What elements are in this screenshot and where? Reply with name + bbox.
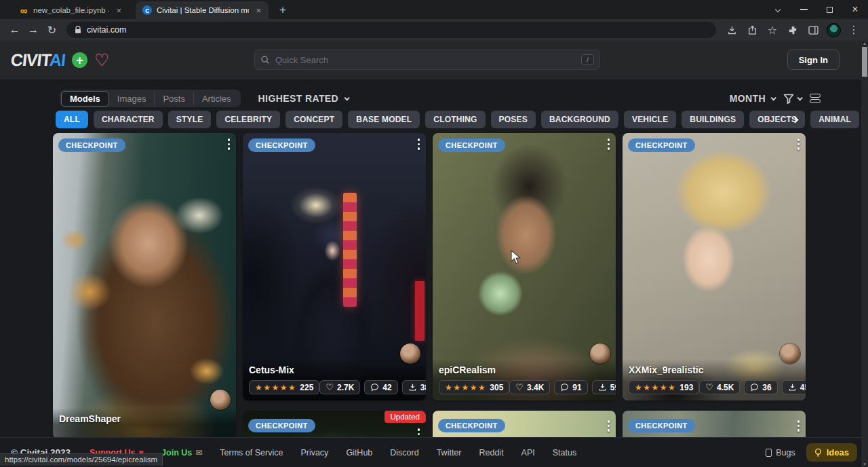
comments-pill[interactable]: 91 — [554, 380, 587, 394]
bugs-button[interactable]: Bugs — [766, 448, 795, 457]
back-icon[interactable]: ← — [5, 24, 24, 36]
card-menu-icon[interactable] — [608, 420, 610, 432]
scrollbar-thumb[interactable] — [862, 47, 867, 77]
footer-link-join-us[interactable]: Join Us✉ — [161, 448, 202, 457]
comments-pill[interactable]: 42 — [364, 380, 397, 394]
footer-link-discord[interactable]: Discord — [390, 448, 418, 457]
category-celebrity[interactable]: CELEBRITY — [216, 111, 280, 128]
footer-link-privacy[interactable]: Privacy — [300, 448, 328, 457]
model-image — [53, 133, 236, 438]
browser-tab-civitai[interactable]: c Civitai | Stable Diffusion models, × — [136, 1, 269, 19]
tab-images[interactable]: Images — [109, 92, 155, 106]
categories-scroll-right-icon[interactable] — [789, 113, 801, 126]
ideas-button[interactable]: Ideas — [806, 443, 857, 462]
downloads-count: 38K — [420, 383, 426, 392]
category-base-model[interactable]: BASE MODEL — [348, 111, 420, 128]
share-icon[interactable] — [743, 22, 761, 38]
card-menu-icon[interactable] — [418, 138, 420, 150]
civitai-logo[interactable]: CIVITAI + ♡ — [11, 50, 109, 70]
quick-search[interactable]: / — [254, 50, 600, 70]
profile-avatar[interactable] — [825, 22, 842, 38]
tab-posts[interactable]: Posts — [154, 92, 193, 106]
category-animal[interactable]: ANIMAL — [810, 111, 859, 128]
footer-link-github[interactable]: GitHub — [346, 448, 372, 457]
period-dropdown[interactable]: MONTH — [730, 93, 775, 104]
category-vehicle[interactable]: VEHICLE — [624, 111, 676, 128]
creator-avatar[interactable] — [210, 390, 231, 410]
category-all[interactable]: ALL — [56, 111, 88, 128]
create-button[interactable]: + — [72, 52, 87, 68]
url-bar[interactable]: civitai.com — [66, 22, 716, 38]
comments-pill[interactable]: 36 — [744, 380, 777, 394]
likes-pill[interactable]: ♡4.5K — [699, 380, 740, 394]
rating-pill[interactable]: ★★★★★305 — [439, 380, 509, 394]
download-page-icon[interactable] — [723, 22, 741, 38]
side-panel-icon[interactable] — [804, 22, 822, 38]
tab-close-icon[interactable]: × — [254, 5, 263, 16]
rating-pill[interactable]: ★★★★★193 — [629, 380, 699, 394]
layout-toggle-icon[interactable] — [810, 94, 821, 103]
downloads-pill[interactable]: 45K — [782, 380, 806, 394]
sign-in-button[interactable]: Sign In — [787, 50, 840, 70]
likes-pill[interactable]: ♡2.7K — [319, 380, 360, 394]
likes-count: 3.4K — [527, 383, 544, 392]
model-card-dreamshaper[interactable]: CHECKPOINT DreamShaper — [53, 133, 236, 438]
card-menu-icon[interactable] — [797, 138, 800, 150]
model-type-badge: CHECKPOINT — [438, 138, 505, 152]
model-card-xxmix[interactable]: CHECKPOINT XXMix_9realistic ★★★★★193 ♡4.… — [623, 133, 806, 400]
footer-actions: Bugs Ideas — [766, 443, 857, 462]
tab-close-icon[interactable]: × — [114, 5, 123, 16]
filter-dropdown[interactable] — [783, 94, 802, 104]
card-footer: Cetus-Mix ★★★★★225 ♡2.7K 42 38K — [243, 359, 426, 400]
maximize-button[interactable] — [816, 0, 842, 19]
window-controls: × — [765, 0, 868, 19]
model-card-epicrealism[interactable]: CHECKPOINT epiCRealism ★★★★★305 ♡3.4K 91… — [433, 133, 616, 400]
tab-models[interactable]: Models — [61, 91, 109, 107]
comment-icon — [750, 383, 759, 392]
reload-icon[interactable]: ↻ — [43, 24, 61, 37]
category-concept[interactable]: CONCEPT — [285, 111, 342, 128]
status-url-tooltip: https://civitai.com/models/25694/epicrea… — [0, 453, 163, 466]
card-menu-icon[interactable] — [797, 420, 800, 432]
rating-count: 305 — [490, 383, 503, 392]
card-menu-icon[interactable] — [608, 138, 610, 150]
search-input[interactable] — [275, 55, 581, 65]
page-scrollbar[interactable]: ▲ ▼ — [861, 41, 868, 467]
category-clothing[interactable]: CLOTHING — [425, 111, 485, 128]
card-column: CHECKPOINT Cetus-Mix ★★★★★225 ♡2.7K 42 3… — [243, 133, 426, 451]
card-menu-icon[interactable] — [228, 138, 231, 150]
downloads-pill[interactable]: 59K — [592, 380, 616, 394]
rating-pill[interactable]: ★★★★★225 — [249, 380, 319, 394]
category-background[interactable]: BACKGROUND — [541, 111, 618, 128]
scroll-down-icon[interactable]: ▼ — [861, 462, 868, 466]
bookmark-star-icon[interactable]: ☆ — [764, 22, 781, 38]
footer-link-twitter[interactable]: Twitter — [437, 448, 462, 457]
category-character[interactable]: CHARACTER — [94, 111, 163, 128]
support-heart-icon[interactable]: ♡ — [94, 52, 109, 69]
minimize-button[interactable] — [791, 0, 816, 19]
lightbulb-icon — [814, 448, 822, 457]
category-buildings[interactable]: BUILDINGS — [682, 111, 744, 128]
model-card-cetus-mix[interactable]: CHECKPOINT Cetus-Mix ★★★★★225 ♡2.7K 42 3… — [243, 133, 426, 400]
browser-tab-colab[interactable]: ∞ new_colab_file.ipynb - Colaborat × — [12, 1, 129, 19]
close-window-button[interactable]: × — [842, 0, 868, 19]
feed-filters: MONTH — [730, 93, 821, 104]
footer-link-api[interactable]: API — [521, 448, 535, 457]
likes-pill[interactable]: ♡3.4K — [509, 380, 550, 394]
footer-link-reddit[interactable]: Reddit — [479, 448, 503, 457]
new-tab-button[interactable]: + — [275, 3, 290, 19]
tab-articles[interactable]: Articles — [193, 92, 239, 106]
category-style[interactable]: STYLE — [168, 111, 212, 128]
browser-menu-icon[interactable]: ⋮ — [845, 22, 863, 38]
forward-icon[interactable]: → — [24, 24, 42, 36]
footer-link-terms[interactable]: Terms of Service — [220, 448, 283, 457]
comment-icon — [560, 383, 569, 392]
download-icon — [408, 383, 417, 392]
scroll-up-icon[interactable]: ▲ — [861, 41, 868, 45]
tab-search-icon[interactable] — [765, 0, 791, 19]
extensions-icon[interactable] — [784, 22, 802, 38]
downloads-pill[interactable]: 38K — [402, 380, 426, 394]
category-poses[interactable]: POSES — [491, 111, 536, 128]
footer-link-status[interactable]: Status — [553, 448, 576, 457]
sort-dropdown[interactable]: HIGHEST RATED — [258, 93, 349, 104]
